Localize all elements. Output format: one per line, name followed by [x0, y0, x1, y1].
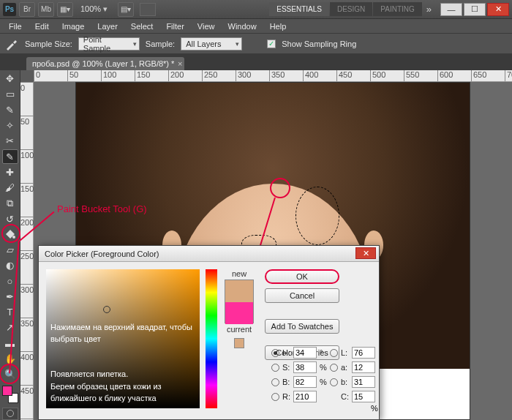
field-b-lab[interactable] [352, 376, 375, 388]
screen-mode-icon[interactable] [140, 3, 156, 16]
field-c[interactable] [352, 391, 375, 402]
radio-b-lab[interactable] [330, 378, 338, 386]
radio-s[interactable] [271, 364, 279, 372]
annotation-circle-sample [270, 178, 290, 198]
app-titlebar: Ps Br Mb ▦▾ 100% ▤▾ ESSENTIALS DESIGN PA… [0, 0, 512, 19]
ruler-horizontal: 0501001502002503003504004505005506006507… [34, 70, 512, 82]
document-tab[interactable]: проба.psd @ 100% (Layer 1, RGB/8*) * × [26, 57, 184, 70]
window-minimize-button[interactable]: — [440, 3, 462, 16]
field-b-hsv[interactable] [293, 376, 317, 388]
c-unit: % [371, 404, 378, 413]
show-sampling-ring-checkbox[interactable]: ✓ [267, 40, 276, 48]
healing-tool[interactable]: ✚ [2, 165, 18, 179]
workspace-tabs: ESSENTIALS DESIGN PAINTING [269, 2, 422, 16]
radio-r[interactable] [271, 393, 279, 401]
window-maximize-button[interactable]: ☐ [464, 3, 486, 16]
field-h[interactable] [293, 347, 317, 359]
dialog-titlebar[interactable]: Color Picker (Foreground Color) ✕ [39, 246, 379, 262]
menu-image[interactable]: Image [56, 20, 91, 32]
websafe-swatch-icon[interactable] [234, 338, 244, 348]
crop-tool[interactable]: ✂ [2, 134, 18, 148]
radio-l[interactable] [330, 349, 338, 357]
workspace-essentials[interactable]: ESSENTIALS [269, 2, 329, 16]
arrange-docs-icon[interactable]: ▤▾ [118, 2, 134, 17]
options-bar: Sample Size: Point Sample Sample: All La… [0, 34, 512, 54]
current-color-label: current [227, 325, 252, 334]
eraser-tool[interactable]: ▱ [2, 243, 18, 257]
sample-size-label: Sample Size: [25, 40, 72, 48]
annotation-label: Paint Bucket Tool (G) [57, 203, 147, 214]
lasso-tool[interactable]: ✎ [2, 103, 18, 117]
type-tool[interactable]: T [2, 305, 18, 319]
document-tab-title: проба.psd @ 100% (Layer 1, RGB/8*) * [32, 59, 174, 68]
stamp-tool[interactable]: ⧉ [2, 196, 18, 210]
menu-layer[interactable]: Layer [91, 20, 124, 32]
eyedropper-tool-icon [4, 37, 19, 51]
menu-select[interactable]: Select [125, 20, 159, 32]
sample-combo[interactable]: All Layers [181, 37, 242, 50]
saturation-brightness-field[interactable]: Нажимаем на верхний квадрат, чтобы выбра… [46, 269, 200, 408]
brush-tool[interactable]: 🖌 [2, 181, 18, 195]
show-sampling-ring-label: Show Sampling Ring [282, 40, 356, 48]
app-logo: Ps [3, 3, 16, 16]
svg-point-0 [12, 236, 15, 239]
sample-label: Sample: [146, 40, 175, 48]
field-a[interactable] [352, 361, 375, 373]
menu-help[interactable]: Help [264, 20, 293, 32]
zoom-level[interactable]: 100% [78, 4, 115, 14]
close-tab-icon[interactable]: × [178, 59, 182, 68]
wand-tool[interactable]: ✧ [2, 119, 18, 132]
field-l[interactable] [352, 347, 375, 359]
menu-view[interactable]: View [192, 20, 221, 32]
document-tab-bar: проба.psd @ 100% (Layer 1, RGB/8*) * × [0, 54, 512, 70]
hue-slider[interactable] [206, 269, 217, 408]
color-values-panel: H:° L: S:% a: B:% b: R: C: [271, 347, 375, 402]
menu-filter[interactable]: Filter [160, 20, 189, 32]
annotation-overlay-text: Нажимаем на верхний квадрат, чтобы выбра… [50, 310, 195, 405]
radio-b-hsv[interactable] [271, 378, 279, 386]
new-color-swatch[interactable] [225, 280, 253, 302]
history-brush-tool[interactable]: ↺ [2, 211, 18, 225]
window-close-button[interactable]: ✕ [487, 3, 509, 16]
dialog-close-button[interactable]: ✕ [355, 247, 376, 259]
menu-file[interactable]: File [3, 20, 28, 32]
radio-a[interactable] [330, 364, 338, 372]
current-color-swatch[interactable] [225, 302, 253, 324]
color-picker-dialog: Color Picker (Foreground Color) ✕ Нажима… [38, 245, 380, 420]
ruler-vertical: 050100150200250300350400450500 [20, 82, 34, 420]
workspace-painting[interactable]: PAINTING [373, 2, 421, 16]
sample-size-combo[interactable]: Point Sample [78, 37, 140, 50]
shape-tool[interactable]: ▬ [2, 337, 18, 350]
mini-bridge-icon[interactable]: Mb [38, 2, 54, 17]
paint-bucket-tool[interactable] [2, 228, 18, 241]
quickmask-icon[interactable] [2, 408, 18, 420]
add-to-swatches-button[interactable]: Add To Swatches [265, 319, 339, 334]
view-extras-icon[interactable]: ▦▾ [57, 2, 73, 17]
foreground-color-swatch[interactable] [2, 386, 12, 396]
blur-tool[interactable]: ◐ [2, 258, 18, 272]
cancel-button[interactable]: Cancel [265, 288, 339, 303]
radio-h[interactable] [271, 349, 279, 357]
bridge-icon[interactable]: Br [19, 2, 35, 17]
move-tool[interactable]: ✥ [2, 72, 18, 86]
new-color-label: new [232, 269, 246, 278]
eyedropper-tool[interactable]: ✎ [2, 149, 18, 163]
menu-window[interactable]: Window [222, 20, 263, 32]
dialog-title: Color Picker (Foreground Color) [45, 250, 159, 258]
marquee-tool[interactable]: ▭ [2, 87, 18, 101]
field-s[interactable] [293, 361, 317, 373]
new-current-swatch[interactable] [225, 280, 254, 323]
path-tool[interactable]: ↗ [2, 320, 18, 334]
workspace-design[interactable]: DESIGN [330, 2, 372, 16]
workspace-more-icon[interactable]: » [422, 4, 436, 15]
menu-bar: File Edit Image Layer Select Filter View… [0, 19, 512, 34]
color-swatches[interactable] [2, 386, 18, 402]
marquee-selection [295, 187, 339, 245]
field-r[interactable] [293, 391, 317, 402]
menu-edit[interactable]: Edit [29, 20, 55, 32]
ok-button[interactable]: OK [265, 269, 339, 284]
